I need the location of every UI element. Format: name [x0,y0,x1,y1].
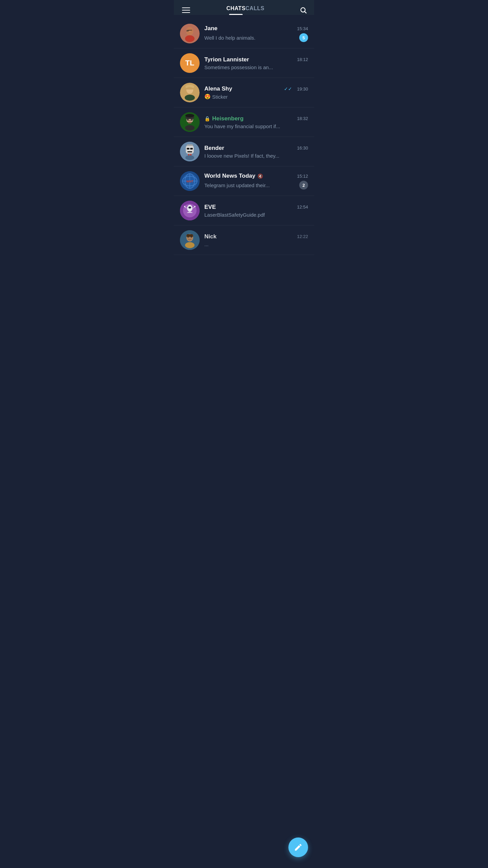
chat-time: 15:12 [297,174,308,179]
sticker-emoji: 😍 [204,94,211,100]
chat-info: Alena Shy ✓✓ 19:30 😍 Sticker [204,85,308,100]
chat-preview: I looove new Pixels! If fact, they... [204,153,308,159]
avatar [180,201,200,220]
list-item[interactable]: Bender 16:30 I looove new Pixels! If fac… [174,137,314,166]
list-item[interactable]: Nick 12:22 ... [174,225,314,255]
avatar [180,112,200,132]
svg-line-1 [305,12,306,13]
tab-chats[interactable]: CHATS [226,5,245,15]
read-receipt-icon: ✓✓ [284,86,292,92]
avatar [180,24,200,43]
menu-button[interactable] [181,6,191,14]
chat-name: Jane [204,25,218,32]
svg-point-58 [187,236,189,238]
list-item[interactable]: TL Tyrion Lannister 18:12 Sometimes poss… [174,48,314,78]
mute-icon: 🔇 [258,174,263,179]
chat-name: World News Today 🔇 [204,173,263,179]
compose-button[interactable] [288,837,308,857]
svg-point-9 [189,31,190,32]
header-top-bar: CHATS CALLS [181,5,307,15]
chat-list: Jane 15:34 Well I do help animals. 5 TL … [174,19,314,255]
chat-time: 18:12 [297,57,308,62]
chat-name: Alena Shy [204,85,232,92]
svg-rect-56 [187,234,193,236]
avatar [180,142,200,161]
list-item[interactable]: 🔒 Heisenberg 18:32 You have my financial… [174,107,314,137]
chat-time: 15:34 [297,26,308,31]
chat-info: World News Today 🔇 15:12 Telegram just u… [204,173,308,190]
chat-time: 18:32 [297,116,308,121]
chat-preview: LaserBlastSafetyGuide.pdf [204,212,308,218]
chat-preview: 😍 Sticker [204,94,308,100]
unread-badge: 5 [299,33,308,42]
svg-rect-61 [192,235,193,235]
chat-preview: Telegram just updated their... [204,182,299,188]
svg-rect-30 [187,151,192,152]
avatar: TL [180,53,200,73]
chat-info: Tyrion Lannister 18:12 Sometimes possess… [204,56,308,70]
chat-name: Tyrion Lannister [204,56,249,63]
tab-calls[interactable]: CALLS [245,5,264,15]
svg-point-20 [185,114,194,117]
chat-time: 12:54 [297,204,308,210]
svg-rect-10 [187,30,192,31]
chat-time: 16:30 [297,145,308,151]
app-header: CHATS CALLS [174,0,314,15]
chat-preview: ... [204,241,308,247]
chat-preview: Sometimes possession is an... [204,64,308,70]
chat-name: Nick [204,233,217,240]
svg-rect-29 [190,148,193,150]
svg-point-8 [185,35,195,42]
chat-time: 19:30 [297,86,308,92]
svg-point-47 [188,206,191,209]
search-button[interactable] [299,6,307,14]
svg-point-51 [194,206,196,207]
chat-info: Jane 15:34 Well I do help animals. 5 [204,25,308,42]
chat-info: Bender 16:30 I looove new Pixels! If fac… [204,145,308,159]
svg-rect-28 [187,148,189,150]
svg-point-59 [191,236,192,238]
svg-rect-31 [187,153,192,153]
svg-point-35 [185,155,194,160]
chat-time: 12:22 [297,234,308,239]
chat-info: EVE 12:54 LaserBlastSafetyGuide.pdf [204,204,308,218]
svg-rect-23 [188,122,191,123]
svg-point-22 [191,119,193,121]
avatar [180,230,200,250]
avatar [180,83,200,102]
svg-rect-32 [187,144,193,146]
svg-rect-60 [186,235,187,235]
chat-preview: Well I do help animals. [204,35,299,41]
svg-point-0 [301,8,305,12]
chat-name: EVE [204,204,216,211]
chat-preview: You have my financial support if... [204,123,308,129]
chat-name: 🔒 Heisenberg [204,115,244,122]
svg-point-21 [187,119,189,121]
list-item[interactable]: Alena Shy ✓✓ 19:30 😍 Sticker [174,78,314,107]
list-item[interactable]: WNT World News Today 🔇 15:12 Telegram ju… [174,166,314,196]
list-item[interactable]: Jane 15:34 Well I do help animals. 5 [174,19,314,48]
chat-info: Nick 12:22 ... [204,233,308,247]
avatar: WNT [180,171,200,191]
svg-point-50 [184,206,185,207]
svg-point-57 [185,242,195,248]
list-item[interactable]: EVE 12:54 LaserBlastSafetyGuide.pdf [174,196,314,225]
unread-badge: 2 [299,181,308,190]
tab-bar: CHATS CALLS [226,5,264,15]
svg-text:WNT: WNT [186,180,194,183]
svg-point-16 [185,95,195,101]
lock-icon: 🔒 [204,116,210,121]
svg-point-24 [185,125,195,131]
chat-name: Bender [204,145,224,152]
chat-info: 🔒 Heisenberg 18:32 You have my financial… [204,115,308,129]
